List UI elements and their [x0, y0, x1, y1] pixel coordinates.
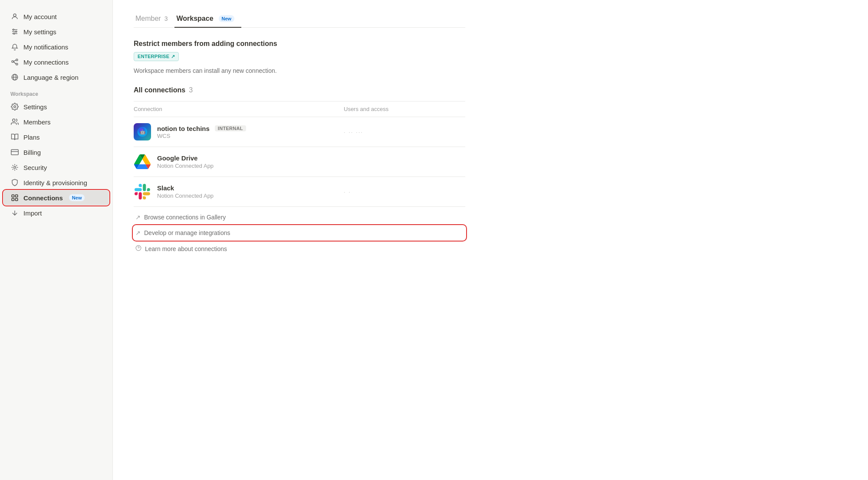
svg-rect-7 — [12, 61, 13, 62]
connections-new-badge: New — [69, 194, 85, 201]
svg-text:🤖: 🤖 — [140, 129, 146, 135]
table-row[interactable]: Slack Notion Connected App · · — [134, 177, 465, 207]
svg-line-23 — [16, 169, 17, 170]
tab-workspace-label: Workspace — [176, 15, 213, 23]
svg-line-10 — [13, 60, 16, 62]
sidebar-item-import[interactable]: Import — [3, 206, 109, 220]
restrict-title: Restrict members from adding connections — [134, 40, 465, 48]
sidebar-item-label: Members — [23, 118, 51, 126]
settings-icon — [10, 102, 19, 111]
members-icon — [10, 118, 19, 126]
import-icon — [10, 209, 19, 217]
connections-table: Connection Users and access — [134, 101, 465, 207]
sidebar-item-billing[interactable]: Billing — [3, 145, 109, 160]
tab-member[interactable]: Member 3 — [134, 10, 174, 28]
svg-line-27 — [16, 165, 17, 166]
links-section: ↗ Browse connections in Gallery ↗ Develo… — [134, 210, 465, 256]
sidebar-item-label: Identity & provisioning — [23, 179, 87, 186]
sidebar-item-members[interactable]: Members — [3, 114, 109, 129]
help-icon — [135, 245, 141, 252]
users-access: · ·· ··· — [344, 129, 465, 135]
sidebar-item-language-region[interactable]: Language & region — [3, 70, 109, 85]
connection-info: Slack Notion Connected App — [134, 183, 344, 200]
svg-rect-30 — [12, 199, 14, 201]
connections-title: All connections — [134, 86, 185, 94]
sidebar-item-label: My settings — [23, 28, 56, 36]
browse-gallery-link[interactable]: ↗ Browse connections in Gallery — [134, 210, 465, 224]
tab-member-label: Member — [135, 15, 161, 23]
sidebar-item-label: Security — [23, 164, 47, 171]
svg-point-4 — [13, 29, 14, 30]
sidebar-item-my-settings[interactable]: My settings — [3, 24, 109, 39]
svg-line-22 — [13, 165, 13, 166]
avatar — [134, 183, 151, 200]
connection-name: notion to techins — [157, 125, 210, 132]
sidebar-item-plans[interactable]: Plans — [3, 130, 109, 144]
sidebar-item-label: Billing — [23, 149, 41, 156]
tab-workspace[interactable]: Workspace New — [174, 10, 241, 28]
svg-rect-9 — [16, 63, 18, 65]
svg-line-11 — [13, 62, 16, 64]
svg-rect-31 — [16, 199, 18, 201]
col-connection: Connection — [134, 106, 344, 112]
learn-more-link[interactable]: Learn more about connections — [134, 242, 465, 256]
external-link-icon: ↗ — [135, 214, 141, 221]
identity-icon — [10, 178, 19, 187]
table-row[interactable]: Google Drive Notion Connected App — [134, 147, 465, 177]
connections-icon — [10, 58, 19, 66]
col-users-access: Users and access — [344, 106, 465, 112]
svg-point-0 — [13, 14, 16, 16]
connections-count: 3 — [189, 86, 193, 94]
connection-sub: WCS — [157, 133, 246, 139]
language-icon — [10, 73, 19, 82]
svg-line-26 — [13, 169, 13, 170]
sidebar-item-label: Language & region — [23, 74, 79, 81]
sidebar-item-label: My notifications — [23, 43, 68, 51]
svg-rect-17 — [11, 150, 19, 155]
svg-rect-29 — [16, 195, 18, 197]
sidebar-item-label: My account — [23, 13, 57, 20]
connections-grid-icon — [10, 193, 19, 202]
sidebar-item-label: Settings — [23, 103, 47, 111]
svg-point-5 — [16, 31, 17, 33]
connections-header: All connections 3 — [134, 86, 465, 94]
sidebar-item-connections[interactable]: Connections New — [3, 190, 109, 205]
settings-icon — [10, 27, 19, 36]
table-row[interactable]: 🤖 notion to techins INTERNAL WCS · ·· ··… — [134, 117, 465, 147]
svg-point-19 — [14, 167, 16, 169]
table-header: Connection Users and access — [134, 101, 465, 117]
connection-name: Google Drive — [157, 154, 197, 162]
avatar — [134, 153, 151, 170]
svg-point-6 — [13, 33, 15, 34]
tab-member-count: 3 — [164, 15, 168, 22]
sidebar-item-label: My connections — [23, 59, 69, 66]
sidebar-item-label: Import — [23, 209, 42, 217]
svg-point-15 — [14, 106, 16, 108]
connection-info: 🤖 notion to techins INTERNAL WCS — [134, 123, 344, 140]
connection-name: Slack — [157, 184, 174, 192]
sidebar-item-my-notifications[interactable]: My notifications — [3, 39, 109, 54]
users-access: · · — [344, 189, 465, 195]
connection-sub: Notion Connected App — [157, 193, 214, 199]
sidebar-item-security[interactable]: Security — [3, 160, 109, 175]
sidebar-item-my-account[interactable]: My account — [3, 9, 109, 24]
restrict-desc: Workspace members can install any new co… — [134, 67, 465, 74]
enterprise-badge[interactable]: ENTERPRISE ↗ — [134, 52, 179, 61]
security-icon — [10, 163, 19, 172]
external-link-icon: ↗ — [135, 229, 141, 236]
svg-point-16 — [13, 119, 15, 121]
sidebar-item-identity-provisioning[interactable]: Identity & provisioning — [3, 175, 109, 190]
svg-rect-8 — [16, 59, 18, 61]
avatar: 🤖 — [134, 123, 151, 140]
workspace-section-label: Workspace — [0, 85, 112, 99]
develop-integrations-link[interactable]: ↗ Develop or manage integrations — [134, 226, 465, 240]
tabs-container: Member 3 Workspace New — [134, 10, 465, 28]
main-content: Member 3 Workspace New Restrict members … — [113, 0, 868, 480]
sidebar-item-label: Connections — [23, 194, 63, 202]
connection-sub: Notion Connected App — [157, 163, 214, 169]
plans-icon — [10, 133, 19, 141]
sidebar-item-my-connections[interactable]: My connections — [3, 55, 109, 69]
sidebar: My account My settings My notifications — [0, 0, 113, 480]
tab-workspace-badge: New — [219, 15, 235, 22]
sidebar-item-settings[interactable]: Settings — [3, 99, 109, 114]
